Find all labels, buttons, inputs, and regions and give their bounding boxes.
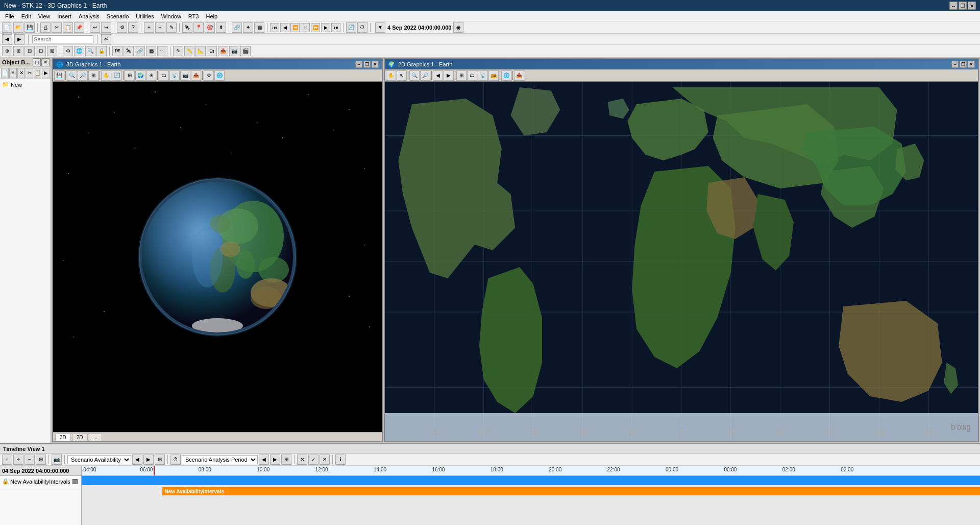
undo-btn[interactable]: ↩ (90, 22, 100, 33)
fwd-nav-btn[interactable]: ▶ (14, 34, 24, 44)
map-viewport[interactable]: 60 30 0 -30 -60 (385, 82, 978, 441)
tl-check-btn[interactable]: ✓ (308, 455, 318, 465)
2d-sensor-btn[interactable]: 📻 (488, 70, 499, 81)
menu-rt3[interactable]: RT3 (185, 12, 202, 20)
tl-x-btn[interactable]: ✕ (297, 455, 307, 465)
2d-restore-btn[interactable]: ❐ (960, 61, 967, 68)
3d-restore-btn[interactable]: ❐ (363, 61, 371, 68)
menu-insert[interactable]: Insert (54, 12, 75, 20)
2d-export-btn[interactable]: 📤 (514, 70, 524, 81)
menu-help[interactable]: Help (203, 12, 220, 20)
close-button[interactable]: ✕ (968, 2, 976, 10)
obj-list-btn[interactable]: ≡ (9, 68, 17, 78)
tl-sa-btn1[interactable]: ◀ (132, 455, 142, 465)
scenario-availability-dropdown[interactable]: Scenario Availability (67, 455, 131, 464)
step-fwd-end-btn[interactable]: ⏭ (331, 23, 340, 32)
t2-layer[interactable]: 🗂 (207, 46, 217, 56)
paste-btn[interactable]: 📌 (74, 22, 84, 33)
3d-sensor-btn[interactable]: 📡 (169, 70, 180, 81)
menu-analysis[interactable]: Analysis (76, 12, 103, 20)
prop-btn[interactable]: ⚙ (117, 22, 127, 33)
tl-info-btn[interactable]: ℹ (335, 455, 346, 465)
3d-close-btn[interactable]: ✕ (372, 61, 379, 68)
copy-btn[interactable]: 📋 (63, 22, 73, 33)
obj-dock-btn[interactable]: ◻ (33, 58, 41, 66)
tl-snap-btn[interactable]: 📷 (52, 455, 62, 465)
time-cursor[interactable] (154, 466, 155, 475)
t2-globe[interactable]: 🌐 (74, 46, 84, 56)
print-btn[interactable]: 🖨 (40, 22, 51, 33)
2d-grid-btn[interactable]: ⊞ (456, 70, 467, 81)
cut-btn[interactable]: ✂ (52, 22, 62, 33)
tl-home-btn[interactable]: ⌂ (2, 455, 12, 465)
save-btn[interactable]: 💾 (24, 22, 35, 33)
menu-file[interactable]: File (2, 12, 17, 20)
2d-minimize-btn[interactable]: – (951, 61, 959, 68)
t2-ruler[interactable]: 📏 (184, 46, 194, 56)
obj-cut-btn[interactable]: ✂ (26, 68, 33, 78)
constellation-btn[interactable]: ✦ (243, 22, 253, 33)
ground-btn[interactable]: 📍 (193, 22, 204, 33)
t2-map[interactable]: 🗺 (112, 46, 122, 56)
menu-window[interactable]: Window (158, 12, 184, 20)
tree-item-new[interactable]: 📁 New (2, 81, 48, 88)
2d-track-btn[interactable]: 📡 (478, 70, 488, 81)
3d-camera-btn[interactable]: 📷 (180, 70, 190, 81)
t2-btn3[interactable]: ⊟ (24, 46, 35, 56)
t2-zoom[interactable]: 🔍 (85, 46, 95, 56)
t2-misc[interactable]: ⋯ (157, 46, 167, 56)
3d-export-btn[interactable]: 📤 (191, 70, 201, 81)
2d-close-btn[interactable]: ✕ (968, 61, 975, 68)
t2-cov[interactable]: ▦ (146, 46, 156, 56)
menu-scenario[interactable]: Scenario (104, 12, 132, 20)
t2-chain[interactable]: 🔗 (135, 46, 145, 56)
3d-pan-btn[interactable]: ✋ (101, 70, 111, 81)
2d-zoom-in-btn[interactable]: 🔍 (409, 70, 420, 81)
t2-btn5[interactable]: ⊠ (47, 46, 57, 56)
t2-btn1[interactable]: ⊕ (2, 46, 12, 56)
minimize-button[interactable]: – (949, 2, 958, 10)
3d-zoom-out-btn[interactable]: 🔎 (78, 70, 88, 81)
open-btn[interactable]: 📂 (13, 22, 23, 33)
2d-arrow-btn[interactable]: ↖ (397, 70, 407, 81)
t2-camera[interactable]: 📷 (229, 46, 239, 56)
tl-sa-btn2[interactable]: ▶ (143, 455, 154, 465)
t2-video[interactable]: 🎬 (240, 46, 251, 56)
help-btn2[interactable]: ? (128, 22, 138, 33)
tab-ellipsis[interactable]: ... (89, 434, 102, 441)
timeline-orange-bar[interactable]: New AvailabilityIntervals (162, 487, 980, 495)
obj-new-btn[interactable]: 📄 (1, 68, 9, 78)
t2-snap[interactable]: 📐 (195, 46, 206, 56)
3d-sun-btn[interactable]: ☀ (146, 70, 156, 81)
search-go-btn[interactable]: ⏎ (101, 34, 111, 44)
menu-view[interactable]: View (35, 12, 54, 20)
redo-btn[interactable]: ↪ (101, 22, 111, 33)
obj-copy-btn[interactable]: 📋 (34, 68, 41, 78)
tl-zoom-out-btn[interactable]: − (24, 455, 35, 465)
tl-del-btn[interactable]: ✕ (320, 455, 330, 465)
globe-viewport[interactable] (53, 82, 382, 432)
loop-btn[interactable]: 🔄 (346, 22, 356, 33)
t2-btn2[interactable]: ⊞ (13, 46, 23, 56)
step-fwd-btn[interactable]: ▶ (321, 23, 330, 32)
obj-del-btn[interactable]: − (155, 22, 165, 33)
t2-settings[interactable]: ⚙ (63, 46, 73, 56)
obj-del-btn2[interactable]: ✕ (17, 68, 25, 78)
obj-rename-btn[interactable]: ✎ (166, 22, 177, 33)
track-timeline[interactable]: New AvailabilityIntervals (82, 476, 980, 525)
missile-btn[interactable]: ⬆ (216, 22, 226, 33)
3d-rotate-btn[interactable]: 🔄 (112, 70, 122, 81)
3d-earth-btn[interactable]: 🌍 (135, 70, 145, 81)
t2-draw[interactable]: ✎ (173, 46, 183, 56)
t2-btn4[interactable]: ⊡ (36, 46, 46, 56)
pause-btn[interactable]: ⏸ (301, 23, 310, 32)
back-nav-btn[interactable]: ◀ (2, 34, 12, 44)
3d-layers-btn[interactable]: 🗂 (159, 70, 169, 81)
target-btn[interactable]: 🎯 (205, 22, 215, 33)
play-back-btn[interactable]: ⏪ (290, 23, 300, 32)
3d-misc2-btn[interactable]: 🌐 (214, 70, 225, 81)
3d-minimize-btn[interactable]: – (355, 61, 362, 68)
step-back-btn[interactable]: ◀ (280, 23, 289, 32)
3d-zoom-fit-btn[interactable]: ⊞ (88, 70, 99, 81)
3d-save-btn[interactable]: 💾 (54, 70, 64, 81)
